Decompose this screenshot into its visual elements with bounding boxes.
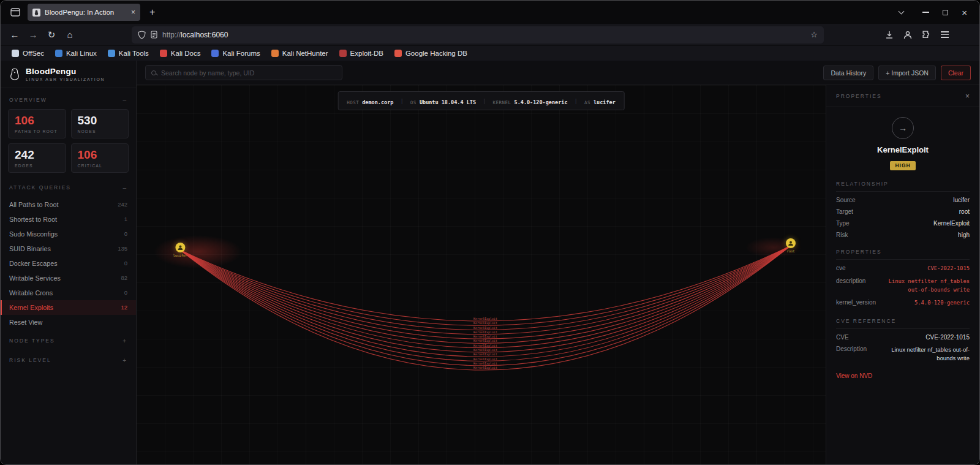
edge-label: KernelExploit [473,339,497,343]
property-value: KernelExploit [933,220,970,227]
reload-button[interactable]: ↻ [42,26,61,43]
edge-bundle: KernelExploitKernelExploitKernelExploitK… [180,246,791,370]
tab-close-icon[interactable]: × [131,8,135,17]
host-label: KERNEL [492,100,511,105]
forward-button[interactable]: → [24,26,42,43]
relationship-section-title: RELATIONSHIP [836,181,970,192]
clear-button[interactable]: Clear [941,66,971,80]
edge-label: KernelExploit [473,344,497,348]
stat-label: PATHS TO ROOT [15,129,59,134]
query-label: Kernel Exploits [9,304,53,311]
property-row: DescriptionLinux netfilter nf_tables out… [836,341,970,363]
bookmark-google-hacking-db[interactable]: Google Hacking DB [390,48,472,58]
downloads-button[interactable] [880,26,899,43]
import-json-button[interactable]: + Import JSON [878,66,936,80]
bookmark-kali-forums[interactable]: Kali Forums [206,48,265,58]
menu-button[interactable] [935,26,954,43]
minimize-button[interactable] [922,12,929,13]
host-label: OS [410,100,417,105]
query-docker-escapes[interactable]: Docker Escapes0 [1,256,136,271]
expand-icon[interactable]: + [123,338,127,344]
app-toolbar: Data History + Import JSON Clear [137,61,979,85]
query-label: Shortest to Root [9,216,57,223]
property-label: cve [836,265,846,271]
property-row: cveCVE-2022-1015 [836,260,970,273]
firefox-view-button[interactable] [7,4,24,20]
query-writable-crons[interactable]: Writable Crons0 [1,285,136,300]
extensions-button[interactable] [917,26,935,43]
host-label: AS [584,100,590,105]
query-all-paths-to-root[interactable]: All Paths to Root242 [1,197,136,212]
browser-tab[interactable]: BloodPengu: In Action × [28,4,140,21]
list-all-tabs-button[interactable] [893,12,909,13]
property-label: CVE [836,334,849,341]
view-on-nvd-link[interactable]: View on NVD [836,372,970,379]
query-reset-view[interactable]: Reset View [1,315,136,330]
edge-label: KernelExploit [473,317,497,321]
navigation-bar: ← → ↻ ⌂ http://localhost:6060 ☆ [1,24,979,45]
property-value: Linux netfilter nf_tables out-of-bounds … [876,278,970,294]
hamburger-menu-icon [941,31,949,38]
home-button[interactable]: ⌂ [61,26,79,43]
bookmark-label: OffSec [23,50,44,57]
exploit-db-favicon [339,50,347,57]
node-search[interactable] [145,65,342,80]
section-header-node-types[interactable]: NODE TYPES + [1,330,136,349]
bookmark-exploit-db[interactable]: Exploit-DB [334,48,388,58]
tracking-protection-shield-icon[interactable] [138,31,146,39]
kali-nethunter-favicon [271,50,279,57]
overview-stats: 106 PATHS TO ROOT 530 NODES 242 EDGES 10… [1,108,136,176]
url-bar[interactable]: http://localhost:6060 ☆ [132,26,824,43]
stat-label: EDGES [15,164,59,168]
data-history-button[interactable]: Data History [823,66,873,80]
collapse-icon[interactable]: – [123,96,127,103]
query-suid-binaries[interactable]: SUID Binaries135 [1,241,136,256]
panel-close-icon[interactable]: × [965,92,970,100]
bookmark-kali-nethunter[interactable]: Kali NetHunter [266,48,333,58]
bookmark-label: Google Hacking DB [405,50,467,57]
graph-node-lucifer[interactable]: lucifer [173,243,187,257]
main-content: Data History + Import JSON Clear HOSTdem… [137,61,979,464]
site-info-icon[interactable] [151,31,157,39]
collapse-icon[interactable]: – [123,184,127,191]
bookmark-kali-docs[interactable]: Kali Docs [155,48,206,58]
url-port: :6060 [209,31,228,39]
section-header-overview[interactable]: OVERVIEW – [1,88,136,108]
kali-linux-favicon [55,50,62,57]
property-value: high [958,232,970,238]
property-row: kernel_version5.4.0-120-generic [836,294,970,308]
query-kernel-exploits[interactable]: Kernel Exploits12 [1,300,136,315]
property-value: Linux netfilter nf_tables out-of-bounds … [876,346,970,363]
maximize-button[interactable] [943,10,948,15]
back-button[interactable]: ← [6,26,24,43]
section-header-risk-level[interactable]: RISK LEVEL + [1,349,136,369]
search-input[interactable] [161,69,336,77]
bookmark-label: Kali Tools [119,50,149,57]
chevron-down-icon [898,8,904,14]
property-value: CVE-2022-1015 [927,265,970,273]
query-label: Reset View [9,319,42,326]
query-writable-services[interactable]: Writable Services82 [1,271,136,285]
query-label: SUID Binaries [9,245,51,252]
window-close-button[interactable]: × [962,8,967,17]
cve-reference-section-title: CVE REFERENCE [836,318,970,329]
url-protocol: http:// [162,31,181,39]
bookmark-label: Kali Forums [222,50,260,57]
graph-node-root[interactable]: root [786,238,796,253]
bookmark-kali-tools[interactable]: Kali Tools [103,48,154,58]
minimize-icon [922,12,929,13]
account-button[interactable] [899,26,917,43]
query-sudo-misconfigs[interactable]: Sudo Misconfigs0 [1,227,136,241]
bookmark-star-icon[interactable]: ☆ [810,30,818,39]
new-tab-button[interactable]: + [144,7,160,18]
host-value: 5.4.0-120-generic [514,99,568,105]
separator: | [575,98,578,104]
separator: | [483,98,486,104]
query-shortest-to-root[interactable]: Shortest to Root1 [1,212,136,227]
graph-canvas[interactable]: HOSTdemon.corp | OSUbuntu 18.04.4 LTS | … [137,85,826,464]
graph-edge[interactable] [180,246,791,325]
section-header-attack-queries[interactable]: ATTACK QUERIES – [1,176,136,196]
bookmark-offsec[interactable]: OffSec [7,48,49,58]
expand-icon[interactable]: + [123,357,127,364]
bookmark-kali-linux[interactable]: Kali Linux [50,48,102,58]
